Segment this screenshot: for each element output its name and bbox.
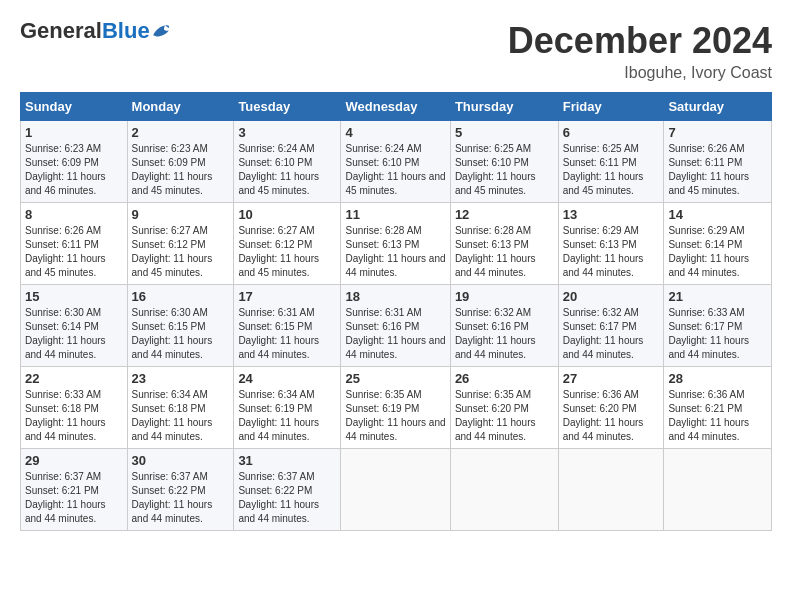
weekday-header: Tuesday <box>234 93 341 121</box>
day-number: 26 <box>455 371 554 386</box>
day-info: Sunrise: 6:35 AMSunset: 6:19 PMDaylight:… <box>345 389 445 442</box>
calendar-week-row: 15 Sunrise: 6:30 AMSunset: 6:14 PMDaylig… <box>21 285 772 367</box>
calendar-day-cell: 1 Sunrise: 6:23 AMSunset: 6:09 PMDayligh… <box>21 121 128 203</box>
weekday-header: Wednesday <box>341 93 450 121</box>
day-info: Sunrise: 6:29 AMSunset: 6:13 PMDaylight:… <box>563 225 644 278</box>
logo-bird-icon <box>152 24 170 38</box>
day-info: Sunrise: 6:25 AMSunset: 6:10 PMDaylight:… <box>455 143 536 196</box>
logo-text: GeneralBlue <box>20 20 150 42</box>
day-number: 15 <box>25 289 123 304</box>
day-number: 27 <box>563 371 660 386</box>
title-section: December 2024 Iboguhe, Ivory Coast <box>508 20 772 82</box>
calendar-day-cell <box>341 449 450 531</box>
day-info: Sunrise: 6:31 AMSunset: 6:15 PMDaylight:… <box>238 307 319 360</box>
day-info: Sunrise: 6:37 AMSunset: 6:21 PMDaylight:… <box>25 471 106 524</box>
day-number: 29 <box>25 453 123 468</box>
day-info: Sunrise: 6:34 AMSunset: 6:19 PMDaylight:… <box>238 389 319 442</box>
day-number: 10 <box>238 207 336 222</box>
calendar-day-cell: 17 Sunrise: 6:31 AMSunset: 6:15 PMDaylig… <box>234 285 341 367</box>
calendar-day-cell <box>558 449 664 531</box>
weekday-header: Monday <box>127 93 234 121</box>
calendar-header-row: SundayMondayTuesdayWednesdayThursdayFrid… <box>21 93 772 121</box>
day-info: Sunrise: 6:36 AMSunset: 6:21 PMDaylight:… <box>668 389 749 442</box>
calendar-day-cell: 7 Sunrise: 6:26 AMSunset: 6:11 PMDayligh… <box>664 121 772 203</box>
calendar-day-cell: 6 Sunrise: 6:25 AMSunset: 6:11 PMDayligh… <box>558 121 664 203</box>
day-number: 14 <box>668 207 767 222</box>
calendar-day-cell: 25 Sunrise: 6:35 AMSunset: 6:19 PMDaylig… <box>341 367 450 449</box>
day-number: 11 <box>345 207 445 222</box>
day-info: Sunrise: 6:27 AMSunset: 6:12 PMDaylight:… <box>238 225 319 278</box>
day-number: 2 <box>132 125 230 140</box>
day-info: Sunrise: 6:34 AMSunset: 6:18 PMDaylight:… <box>132 389 213 442</box>
logo: GeneralBlue <box>20 20 170 42</box>
calendar-day-cell: 11 Sunrise: 6:28 AMSunset: 6:13 PMDaylig… <box>341 203 450 285</box>
day-info: Sunrise: 6:29 AMSunset: 6:14 PMDaylight:… <box>668 225 749 278</box>
calendar-day-cell: 16 Sunrise: 6:30 AMSunset: 6:15 PMDaylig… <box>127 285 234 367</box>
calendar-week-row: 8 Sunrise: 6:26 AMSunset: 6:11 PMDayligh… <box>21 203 772 285</box>
day-number: 7 <box>668 125 767 140</box>
day-info: Sunrise: 6:27 AMSunset: 6:12 PMDaylight:… <box>132 225 213 278</box>
day-number: 30 <box>132 453 230 468</box>
day-number: 3 <box>238 125 336 140</box>
day-number: 6 <box>563 125 660 140</box>
calendar-day-cell: 9 Sunrise: 6:27 AMSunset: 6:12 PMDayligh… <box>127 203 234 285</box>
day-info: Sunrise: 6:30 AMSunset: 6:14 PMDaylight:… <box>25 307 106 360</box>
day-info: Sunrise: 6:24 AMSunset: 6:10 PMDaylight:… <box>345 143 445 196</box>
day-number: 23 <box>132 371 230 386</box>
calendar-day-cell: 19 Sunrise: 6:32 AMSunset: 6:16 PMDaylig… <box>450 285 558 367</box>
day-info: Sunrise: 6:28 AMSunset: 6:13 PMDaylight:… <box>455 225 536 278</box>
calendar-day-cell <box>664 449 772 531</box>
day-number: 31 <box>238 453 336 468</box>
calendar-day-cell: 24 Sunrise: 6:34 AMSunset: 6:19 PMDaylig… <box>234 367 341 449</box>
calendar-day-cell: 26 Sunrise: 6:35 AMSunset: 6:20 PMDaylig… <box>450 367 558 449</box>
day-number: 1 <box>25 125 123 140</box>
day-number: 8 <box>25 207 123 222</box>
calendar-day-cell: 29 Sunrise: 6:37 AMSunset: 6:21 PMDaylig… <box>21 449 128 531</box>
day-number: 20 <box>563 289 660 304</box>
day-info: Sunrise: 6:26 AMSunset: 6:11 PMDaylight:… <box>668 143 749 196</box>
day-info: Sunrise: 6:23 AMSunset: 6:09 PMDaylight:… <box>132 143 213 196</box>
calendar-day-cell: 31 Sunrise: 6:37 AMSunset: 6:22 PMDaylig… <box>234 449 341 531</box>
day-number: 17 <box>238 289 336 304</box>
weekday-header: Thursday <box>450 93 558 121</box>
day-info: Sunrise: 6:30 AMSunset: 6:15 PMDaylight:… <box>132 307 213 360</box>
calendar-day-cell: 14 Sunrise: 6:29 AMSunset: 6:14 PMDaylig… <box>664 203 772 285</box>
calendar-day-cell: 8 Sunrise: 6:26 AMSunset: 6:11 PMDayligh… <box>21 203 128 285</box>
day-number: 22 <box>25 371 123 386</box>
day-info: Sunrise: 6:32 AMSunset: 6:16 PMDaylight:… <box>455 307 536 360</box>
calendar-day-cell: 18 Sunrise: 6:31 AMSunset: 6:16 PMDaylig… <box>341 285 450 367</box>
day-number: 13 <box>563 207 660 222</box>
day-info: Sunrise: 6:37 AMSunset: 6:22 PMDaylight:… <box>132 471 213 524</box>
calendar-day-cell: 21 Sunrise: 6:33 AMSunset: 6:17 PMDaylig… <box>664 285 772 367</box>
weekday-header: Friday <box>558 93 664 121</box>
day-info: Sunrise: 6:33 AMSunset: 6:18 PMDaylight:… <box>25 389 106 442</box>
day-info: Sunrise: 6:23 AMSunset: 6:09 PMDaylight:… <box>25 143 106 196</box>
calendar-day-cell: 23 Sunrise: 6:34 AMSunset: 6:18 PMDaylig… <box>127 367 234 449</box>
day-info: Sunrise: 6:32 AMSunset: 6:17 PMDaylight:… <box>563 307 644 360</box>
day-number: 24 <box>238 371 336 386</box>
day-info: Sunrise: 6:35 AMSunset: 6:20 PMDaylight:… <box>455 389 536 442</box>
day-info: Sunrise: 6:25 AMSunset: 6:11 PMDaylight:… <box>563 143 644 196</box>
day-info: Sunrise: 6:28 AMSunset: 6:13 PMDaylight:… <box>345 225 445 278</box>
weekday-header: Saturday <box>664 93 772 121</box>
calendar-week-row: 22 Sunrise: 6:33 AMSunset: 6:18 PMDaylig… <box>21 367 772 449</box>
day-number: 16 <box>132 289 230 304</box>
calendar-day-cell: 3 Sunrise: 6:24 AMSunset: 6:10 PMDayligh… <box>234 121 341 203</box>
day-info: Sunrise: 6:24 AMSunset: 6:10 PMDaylight:… <box>238 143 319 196</box>
weekday-header: Sunday <box>21 93 128 121</box>
calendar-day-cell: 20 Sunrise: 6:32 AMSunset: 6:17 PMDaylig… <box>558 285 664 367</box>
calendar-day-cell: 15 Sunrise: 6:30 AMSunset: 6:14 PMDaylig… <box>21 285 128 367</box>
logo-blue: Blue <box>102 18 150 43</box>
day-number: 18 <box>345 289 445 304</box>
day-info: Sunrise: 6:37 AMSunset: 6:22 PMDaylight:… <box>238 471 319 524</box>
day-number: 25 <box>345 371 445 386</box>
calendar-day-cell: 12 Sunrise: 6:28 AMSunset: 6:13 PMDaylig… <box>450 203 558 285</box>
calendar-day-cell <box>450 449 558 531</box>
day-info: Sunrise: 6:36 AMSunset: 6:20 PMDaylight:… <box>563 389 644 442</box>
day-number: 21 <box>668 289 767 304</box>
calendar-week-row: 29 Sunrise: 6:37 AMSunset: 6:21 PMDaylig… <box>21 449 772 531</box>
calendar-day-cell: 10 Sunrise: 6:27 AMSunset: 6:12 PMDaylig… <box>234 203 341 285</box>
calendar-day-cell: 5 Sunrise: 6:25 AMSunset: 6:10 PMDayligh… <box>450 121 558 203</box>
page-header: GeneralBlue December 2024 Iboguhe, Ivory… <box>20 20 772 82</box>
day-info: Sunrise: 6:33 AMSunset: 6:17 PMDaylight:… <box>668 307 749 360</box>
